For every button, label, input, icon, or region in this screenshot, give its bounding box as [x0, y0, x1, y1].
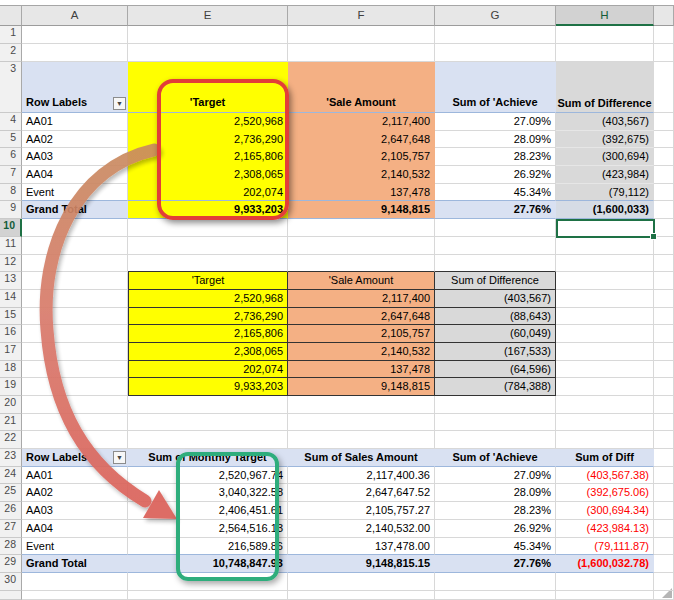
- cell-H13[interactable]: [556, 272, 654, 290]
- cell-F21[interactable]: [288, 414, 435, 432]
- cell-H21[interactable]: [556, 414, 654, 432]
- cell-A14[interactable]: [22, 290, 128, 308]
- cell-F23[interactable]: Sum of Sales Amount: [288, 449, 435, 467]
- row-header-24[interactable]: 24: [0, 467, 22, 485]
- cell-G10[interactable]: [435, 219, 556, 237]
- cell-A17[interactable]: [22, 343, 128, 361]
- row-header-12[interactable]: 12: [0, 255, 22, 273]
- cell-F6[interactable]: 2,105,757: [288, 148, 435, 166]
- cell-F29[interactable]: 9,148,815.15: [288, 555, 435, 573]
- cell-H25[interactable]: (392,675.06): [556, 484, 654, 502]
- cell-I11[interactable]: [654, 237, 674, 255]
- cell-H26[interactable]: (300,694.34): [556, 502, 654, 520]
- cell-G14[interactable]: (403,567): [435, 290, 556, 308]
- cell-H20[interactable]: [556, 396, 654, 414]
- cell-F3[interactable]: 'Sale Amount: [288, 62, 435, 113]
- cell-F10[interactable]: [288, 219, 435, 237]
- column-header-F[interactable]: F: [288, 5, 435, 26]
- cell-F30[interactable]: [288, 573, 435, 591]
- cell-F13[interactable]: 'Sale Amount: [288, 272, 435, 290]
- cell-A10[interactable]: [22, 219, 128, 237]
- cell-G18[interactable]: (64,596): [435, 361, 556, 379]
- cell-E22[interactable]: [128, 431, 288, 449]
- cell-G23[interactable]: Sum of 'Achieve: [435, 449, 556, 467]
- row-header-23[interactable]: 23: [0, 449, 22, 467]
- cell-E18[interactable]: 202,074: [128, 361, 288, 379]
- cell-I15[interactable]: [654, 308, 674, 326]
- cell-I31[interactable]: [654, 591, 674, 600]
- cell-I5[interactable]: [654, 131, 674, 149]
- cell-F31[interactable]: [288, 591, 435, 600]
- cell-H14[interactable]: [556, 290, 654, 308]
- cell-A2[interactable]: [22, 44, 128, 62]
- cell-H24[interactable]: (403,567.38): [556, 467, 654, 485]
- row-header-13[interactable]: 13: [0, 272, 22, 290]
- cell-F15[interactable]: 2,647,648: [288, 308, 435, 326]
- cell-G22[interactable]: [435, 431, 556, 449]
- cell-I20[interactable]: [654, 396, 674, 414]
- cell-A9[interactable]: Grand Total: [22, 201, 128, 219]
- cell-G6[interactable]: 28.23%: [435, 148, 556, 166]
- cell-H6[interactable]: (300,694): [556, 148, 654, 166]
- cell-F7[interactable]: 2,140,532: [288, 166, 435, 184]
- cell-E31[interactable]: [128, 591, 288, 600]
- cell-F20[interactable]: [288, 396, 435, 414]
- cell-A20[interactable]: [22, 396, 128, 414]
- cell-I30[interactable]: [654, 573, 674, 591]
- cell-I21[interactable]: [654, 414, 674, 432]
- cell-I27[interactable]: [654, 520, 674, 538]
- filter-dropdown-button[interactable]: ▼: [113, 451, 126, 464]
- row-header-20[interactable]: 20: [0, 396, 22, 414]
- cell-F22[interactable]: [288, 431, 435, 449]
- cell-F18[interactable]: 137,478: [288, 361, 435, 379]
- cell-A23[interactable]: Row Labels▼: [22, 449, 128, 467]
- cell-E12[interactable]: [128, 255, 288, 273]
- cell-I17[interactable]: [654, 343, 674, 361]
- cell-G30[interactable]: [435, 573, 556, 591]
- column-header-I[interactable]: [654, 5, 674, 26]
- cell-G21[interactable]: [435, 414, 556, 432]
- cell-I1[interactable]: [654, 26, 674, 44]
- cell-F12[interactable]: [288, 255, 435, 273]
- cell-H3[interactable]: Sum of Difference: [556, 62, 654, 113]
- row-header-28[interactable]: 28: [0, 538, 22, 556]
- cell-H18[interactable]: [556, 361, 654, 379]
- cell-G19[interactable]: (784,388): [435, 378, 556, 396]
- cell-G25[interactable]: 28.09%: [435, 484, 556, 502]
- cell-F4[interactable]: 2,117,400: [288, 113, 435, 131]
- cell-G26[interactable]: 28.23%: [435, 502, 556, 520]
- cell-G11[interactable]: [435, 237, 556, 255]
- cell-H8[interactable]: (79,112): [556, 184, 654, 202]
- cell-E19[interactable]: 9,933,203: [128, 378, 288, 396]
- row-header-6[interactable]: 6: [0, 148, 22, 166]
- cell-I12[interactable]: [654, 255, 674, 273]
- row-header-25[interactable]: 25: [0, 484, 22, 502]
- cell-E14[interactable]: 2,520,968: [128, 290, 288, 308]
- cell-F24[interactable]: 2,117,400.36: [288, 467, 435, 485]
- cell-A26[interactable]: AA03: [22, 502, 128, 520]
- cell-G27[interactable]: 26.92%: [435, 520, 556, 538]
- cell-I4[interactable]: [654, 113, 674, 131]
- row-header-5[interactable]: 5: [0, 131, 22, 149]
- cell-E11[interactable]: [128, 237, 288, 255]
- cell-H31[interactable]: [556, 591, 654, 600]
- cell-E20[interactable]: [128, 396, 288, 414]
- filter-dropdown-button[interactable]: ▼: [113, 97, 126, 110]
- cell-F2[interactable]: [288, 44, 435, 62]
- cell-G24[interactable]: 27.09%: [435, 467, 556, 485]
- cell-G1[interactable]: [435, 26, 556, 44]
- cell-E17[interactable]: 2,308,065: [128, 343, 288, 361]
- cell-H11[interactable]: [556, 237, 654, 255]
- cell-I9[interactable]: [654, 201, 674, 219]
- cell-A30[interactable]: [22, 573, 128, 591]
- cell-I18[interactable]: [654, 361, 674, 379]
- cell-F14[interactable]: 2,117,400: [288, 290, 435, 308]
- fill-handle[interactable]: [650, 233, 657, 240]
- cell-H12[interactable]: [556, 255, 654, 273]
- cell-A25[interactable]: AA02: [22, 484, 128, 502]
- cell-I10[interactable]: [654, 219, 674, 237]
- cell-A19[interactable]: [22, 378, 128, 396]
- cell-A27[interactable]: AA04: [22, 520, 128, 538]
- cell-G9[interactable]: 27.76%: [435, 201, 556, 219]
- cell-H28[interactable]: (79,111.87): [556, 538, 654, 556]
